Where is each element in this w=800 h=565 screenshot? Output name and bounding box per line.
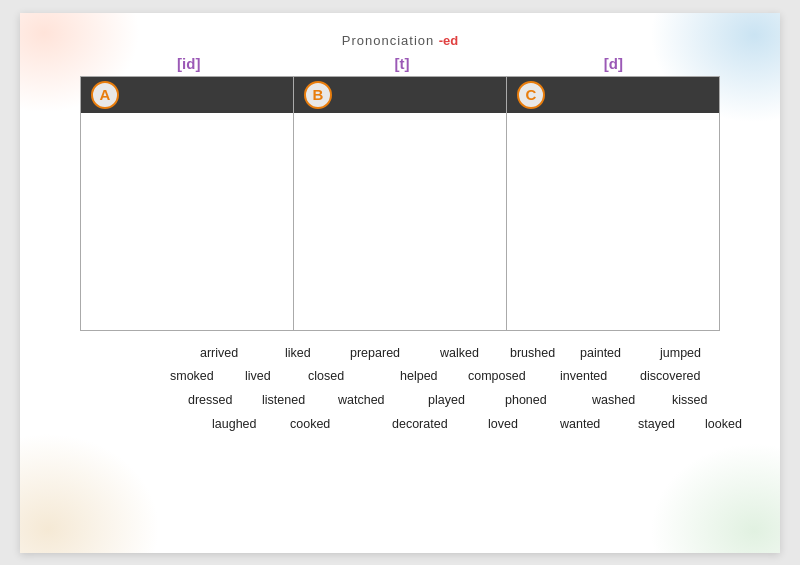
word-item: helped xyxy=(400,369,438,383)
col-a-header: A xyxy=(81,77,293,113)
word-item: composed xyxy=(468,369,526,383)
phonetic-id: [id] xyxy=(177,55,200,72)
col-c-header: C xyxy=(507,77,719,113)
col-b-header: B xyxy=(294,77,506,113)
word-item: jumped xyxy=(660,346,701,360)
word-item: dressed xyxy=(188,393,232,407)
column-a: A xyxy=(81,77,294,330)
word-bank: arrivedlikedpreparedwalkedbrushedpainted… xyxy=(70,341,730,451)
word-item: painted xyxy=(580,346,621,360)
col-c-body xyxy=(507,113,719,330)
badge-a: A xyxy=(91,81,119,109)
ed-label: -ed xyxy=(439,33,459,48)
word-item: prepared xyxy=(350,346,400,360)
column-b: B xyxy=(294,77,507,330)
word-item: wanted xyxy=(560,417,600,431)
word-item: cooked xyxy=(290,417,330,431)
phonetic-d: [d] xyxy=(604,55,623,72)
word-item: closed xyxy=(308,369,344,383)
sorting-table: A B C xyxy=(80,76,720,331)
word-item: watched xyxy=(338,393,385,407)
phonetic-t: [t] xyxy=(395,55,410,72)
word-item: brushed xyxy=(510,346,555,360)
word-item: washed xyxy=(592,393,635,407)
column-c: C xyxy=(507,77,719,330)
badge-b: B xyxy=(304,81,332,109)
word-item: listened xyxy=(262,393,305,407)
page-title: Prononciation xyxy=(342,33,435,48)
word-item: walked xyxy=(440,346,479,360)
word-item: liked xyxy=(285,346,311,360)
word-item: laughed xyxy=(212,417,257,431)
word-item: decorated xyxy=(392,417,448,431)
word-item: lived xyxy=(245,369,271,383)
word-item: invented xyxy=(560,369,607,383)
word-item: smoked xyxy=(170,369,214,383)
word-item: discovered xyxy=(640,369,700,383)
word-item: kissed xyxy=(672,393,707,407)
word-item: played xyxy=(428,393,465,407)
badge-c: C xyxy=(517,81,545,109)
word-item: phoned xyxy=(505,393,547,407)
word-item: looked xyxy=(705,417,742,431)
col-a-body xyxy=(81,113,293,330)
word-item: loved xyxy=(488,417,518,431)
word-item: arrived xyxy=(200,346,238,360)
col-b-body xyxy=(294,113,506,330)
word-item: stayed xyxy=(638,417,675,431)
